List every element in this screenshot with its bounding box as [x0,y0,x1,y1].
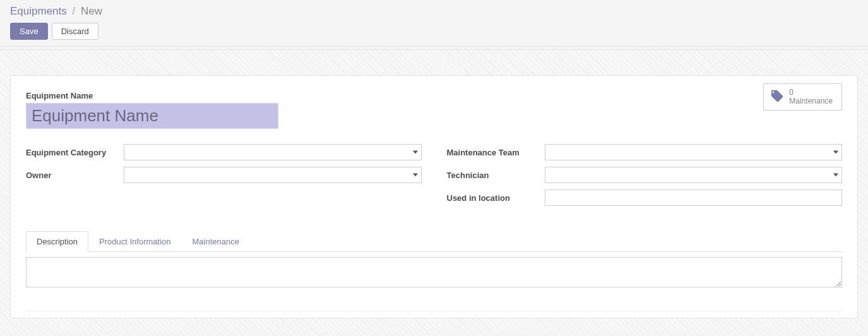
sheet-footer-divider [26,311,842,311]
tab-body-description [26,252,842,293]
tab-description[interactable]: Description [26,231,88,252]
maintenance-team-select[interactable] [545,144,843,160]
equipment-category-input[interactable] [124,144,422,160]
breadcrumb-current: New [81,5,102,17]
stat-text: 0 Maintenance [789,88,833,106]
owner-input[interactable] [124,167,422,183]
description-textarea[interactable] [26,257,842,287]
form-columns: Equipment Category Owner [26,144,842,212]
form-sheet: 0 Maintenance Equipment Name Equipment C… [10,75,858,318]
tab-product-information[interactable]: Product Information [88,231,181,252]
control-panel: Equipments / New Save Discard [0,0,868,47]
equipment-category-label: Equipment Category [26,148,124,157]
discard-button[interactable]: Discard [52,23,98,40]
equipment-name-label: Equipment Name [26,91,741,100]
breadcrumb-parent[interactable]: Equipments [10,5,67,17]
technician-input[interactable] [545,167,843,183]
breadcrumb-separator: / [70,5,78,17]
used-in-location-input[interactable] [545,189,843,206]
tabs: Description Product Information Maintena… [26,231,842,252]
technician-select[interactable] [545,167,843,183]
maintenance-stat-button[interactable]: 0 Maintenance [763,83,842,111]
title-area: Equipment Name [26,91,741,129]
breadcrumb: Equipments / New [10,5,858,18]
used-in-location-label: Used in location [447,193,545,203]
equipment-name-input[interactable] [26,103,278,129]
action-buttons: Save Discard [10,23,858,40]
equipment-category-select[interactable] [124,144,422,160]
maintenance-label: Maintenance [789,97,833,105]
tag-icon [770,89,784,105]
owner-select[interactable] [124,167,422,183]
left-column: Equipment Category Owner [26,144,422,212]
owner-label: Owner [26,171,124,180]
save-button[interactable]: Save [10,23,48,40]
tab-maintenance[interactable]: Maintenance [181,231,249,252]
maintenance-team-label: Maintenance Team [447,148,545,157]
maintenance-count: 0 [789,88,833,97]
technician-label: Technician [447,171,545,180]
right-column: Maintenance Team Technician [447,144,843,212]
content-area: 0 Maintenance Equipment Name Equipment C… [0,49,868,333]
maintenance-team-input[interactable] [545,144,843,160]
